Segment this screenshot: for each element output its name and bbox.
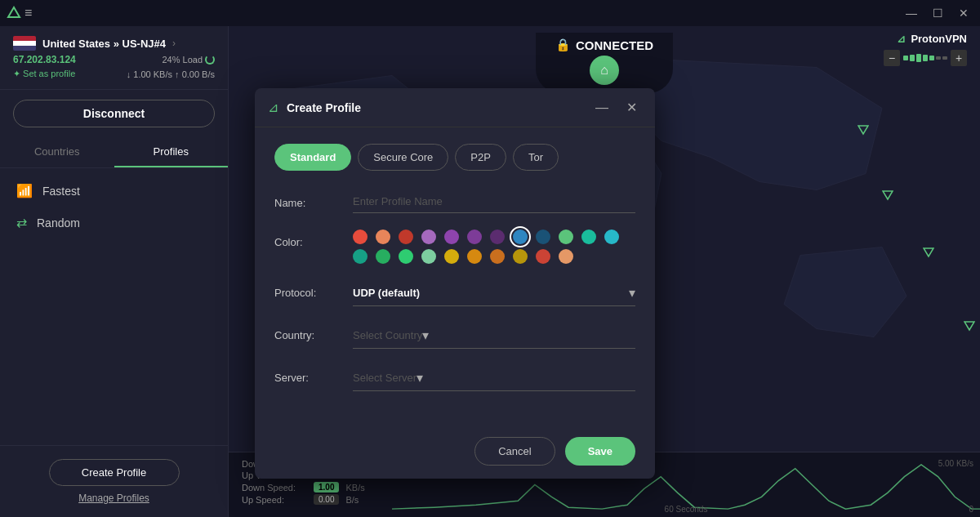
sidebar-tabs: Countries Profiles — [0, 137, 228, 168]
minimize-button[interactable]: — — [902, 3, 921, 23]
dialog-close-button[interactable]: ✕ — [621, 98, 642, 117]
up-speed-value: 0.00 — [314, 494, 339, 505]
color-cyan[interactable] — [604, 230, 619, 244]
save-button[interactable]: Save — [565, 437, 635, 466]
home-button[interactable]: ⌂ — [590, 56, 619, 85]
ip-address: 67.202.83.124 — [13, 54, 76, 65]
server-arrow-icon: › — [172, 38, 176, 49]
color-deepviolet[interactable] — [490, 230, 505, 244]
random-icon: ⇄ — [16, 215, 27, 230]
down-speed-label: Down Speed: — [242, 483, 307, 492]
color-green[interactable] — [559, 230, 573, 244]
fastest-item[interactable]: 📶 Fastest — [0, 175, 228, 207]
profile-tab-tor[interactable]: Tor — [513, 144, 559, 171]
country-row: Country: Select Country ▾ — [274, 323, 635, 349]
create-profile-dialog: ⊿ Create Profile — ✕ Standard Secure Cor… — [255, 88, 655, 479]
connected-bar: 🔒 CONNECTED ⌂ — [229, 26, 980, 93]
proton-area: ⊿ ProtonVPN − + — [884, 33, 967, 66]
lock-icon: 🔒 — [555, 38, 571, 52]
color-tomato[interactable] — [536, 249, 550, 264]
color-palegreen[interactable] — [421, 249, 436, 264]
country-control[interactable]: Select Country ▾ — [353, 323, 635, 349]
proton-icon: ⊿ — [897, 33, 906, 45]
tab-countries[interactable]: Countries — [0, 137, 114, 167]
color-row: Color: — [274, 230, 635, 264]
dialog-minimize-button[interactable]: — — [590, 99, 613, 117]
name-control — [353, 190, 635, 213]
profile-list: 📶 Fastest ⇄ Random — [0, 168, 228, 445]
down-speed-unit: KB/s — [345, 483, 364, 492]
color-violet[interactable] — [444, 230, 459, 244]
map-marker-1 — [858, 124, 869, 139]
profile-tab-p2p[interactable]: P2P — [455, 144, 506, 171]
maximize-button[interactable]: ☐ — [928, 3, 947, 23]
speed-decrease-button[interactable]: − — [884, 50, 900, 66]
color-lightgreen[interactable] — [399, 249, 413, 264]
chart-time-label: 60 Seconds — [665, 505, 708, 514]
flag-icon — [13, 36, 36, 51]
speed-increase-button[interactable]: + — [951, 50, 967, 66]
color-midgreen[interactable] — [376, 249, 390, 264]
chart-zero-label: 0 — [969, 505, 973, 514]
title-bar: ≡ — ☐ ✕ — [0, 0, 980, 26]
color-orange[interactable] — [490, 249, 505, 264]
profile-name-input[interactable] — [353, 190, 635, 213]
close-button[interactable]: ✕ — [954, 3, 973, 23]
set-as-profile-link[interactable]: ✦ Set as profile — [13, 69, 75, 79]
up-speed-unit: B/s — [345, 495, 359, 505]
color-darkteal[interactable] — [353, 249, 368, 264]
sidebar: United States » US-NJ#4 › 67.202.83.124 … — [0, 26, 229, 517]
color-teal[interactable] — [581, 230, 596, 244]
svg-marker-3 — [924, 248, 933, 256]
down-speed-value: 1.00 — [314, 482, 339, 492]
create-profile-button[interactable]: Create Profile — [49, 459, 180, 486]
random-label: Random — [37, 216, 80, 230]
protocol-row: Protocol: UDP (default) ▾ — [274, 280, 635, 306]
profile-tab-secure-core[interactable]: Secure Core — [358, 144, 448, 171]
color-red[interactable] — [353, 230, 368, 244]
disconnect-button[interactable]: Disconnect — [13, 100, 215, 127]
color-amber[interactable] — [467, 249, 482, 264]
color-grid — [353, 230, 635, 264]
country-placeholder: Select Country — [353, 329, 422, 341]
color-gold[interactable] — [513, 249, 528, 264]
load-circle-icon — [205, 55, 215, 65]
country-select[interactable]: Select Country ▾ — [353, 323, 635, 349]
country-label: Country: — [274, 323, 340, 341]
server-arrow-icon: ▾ — [416, 370, 423, 386]
window-controls: — ☐ ✕ — [902, 3, 973, 23]
map-marker-4 — [964, 320, 975, 335]
sidebar-connection-info: United States » US-NJ#4 › 67.202.83.124 … — [0, 26, 228, 90]
color-salmon[interactable] — [376, 230, 390, 244]
svg-marker-1 — [858, 126, 868, 134]
speed-bar: − + — [884, 50, 967, 66]
load-badge: 24% Load — [162, 55, 215, 65]
server-control[interactable]: Select Server ▾ — [353, 365, 635, 391]
color-blue[interactable] — [513, 230, 528, 244]
menu-icon[interactable]: ≡ — [21, 2, 35, 24]
color-darkred[interactable] — [399, 230, 413, 244]
up-speed-label: Up Speed: — [242, 495, 307, 505]
map-marker-3 — [923, 247, 934, 261]
color-label: Color: — [274, 230, 340, 248]
fastest-icon: 📶 — [16, 183, 33, 198]
protocol-value: UDP (default) — [353, 287, 629, 299]
connected-pill: 🔒 CONNECTED ⌂ — [536, 33, 673, 93]
color-purple[interactable] — [421, 230, 436, 244]
name-label: Name: — [274, 190, 340, 209]
color-yellow[interactable] — [444, 249, 459, 264]
map-marker-2 — [882, 189, 893, 204]
protocol-control[interactable]: UDP (default) ▾ — [353, 280, 635, 306]
color-peach[interactable] — [559, 249, 573, 264]
random-item[interactable]: ⇄ Random — [0, 207, 228, 238]
protocol-select[interactable]: UDP (default) ▾ — [353, 280, 635, 306]
svg-marker-0 — [8, 7, 20, 17]
cancel-button[interactable]: Cancel — [474, 437, 555, 466]
profile-tab-standard[interactable]: Standard — [274, 144, 351, 171]
tab-profiles[interactable]: Profiles — [114, 137, 229, 167]
color-darkblue[interactable] — [536, 230, 550, 244]
manage-profiles-link[interactable]: Manage Profiles — [78, 492, 149, 504]
server-row: Server: Select Server ▾ — [274, 365, 635, 391]
color-darkpurple[interactable] — [467, 230, 482, 244]
server-select[interactable]: Select Server ▾ — [353, 365, 635, 391]
